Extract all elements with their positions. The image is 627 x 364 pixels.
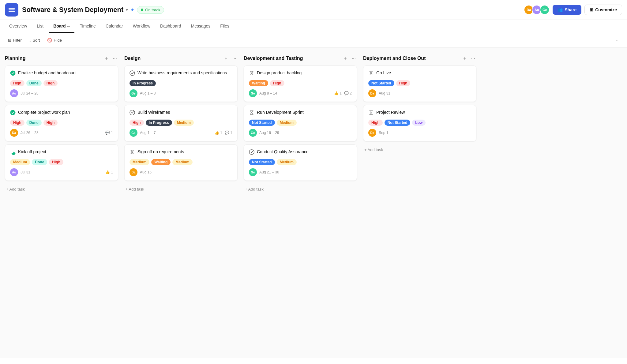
status-badge[interactable]: On track: [137, 6, 164, 14]
column-more-button[interactable]: ···: [470, 55, 476, 62]
tab-messages[interactable]: Messages: [187, 20, 215, 33]
tag-high[interactable]: High: [43, 80, 58, 86]
column-title: Development and Testing: [244, 56, 340, 61]
card-footer: GeAug 16 – 29: [249, 129, 352, 137]
card-footer: AuJul 31👍 1: [10, 168, 113, 176]
tag-high[interactable]: High: [10, 80, 24, 86]
task-card[interactable]: Kick off projectMediumDoneHighAuJul 31👍 …: [5, 144, 118, 181]
tab-dashboard[interactable]: Dashboard: [156, 20, 186, 33]
tag-not-started[interactable]: Not Started: [249, 159, 275, 165]
task-card[interactable]: Run Development SprintNot StartedMediumG…: [244, 105, 357, 141]
project-title: Software & System Deployment: [22, 6, 123, 14]
card-footer: DaSep 1: [368, 129, 471, 137]
card-date: Aug 1 – 7: [140, 131, 212, 135]
tag-done[interactable]: Done: [32, 159, 47, 165]
tag-not-started[interactable]: Not Started: [249, 120, 275, 126]
tag-done[interactable]: Done: [26, 80, 42, 86]
task-card[interactable]: Go LiveNot StartedHighDaAug 31: [363, 65, 476, 102]
task-card[interactable]: Build WireframesHighIn ProgressMediumGeA…: [124, 105, 238, 141]
filter-button[interactable]: ⊟ Filter: [5, 36, 25, 44]
column-more-button[interactable]: ···: [112, 55, 118, 62]
task-card[interactable]: Write business requirements and specific…: [124, 65, 238, 102]
task-card[interactable]: Design product backlogWaitingHighGeAug 8…: [244, 65, 357, 102]
svg-point-3: [10, 71, 15, 76]
card-avatar: Ge: [249, 89, 257, 97]
tag-high[interactable]: High: [270, 80, 284, 86]
tag-waiting[interactable]: Waiting: [249, 80, 268, 86]
tab-list[interactable]: List: [32, 20, 48, 33]
avatar-ge[interactable]: Ge: [540, 5, 550, 15]
tag-high[interactable]: High: [368, 120, 383, 126]
card-title-row: Conduct Quality Assurance: [249, 149, 352, 156]
tag-medium[interactable]: Medium: [130, 159, 149, 165]
card-title-row: Finalize budget and headcount: [10, 70, 113, 77]
tag-not-started[interactable]: Not Started: [368, 80, 394, 86]
tag-high[interactable]: High: [49, 159, 63, 165]
tag-medium[interactable]: Medium: [10, 159, 30, 165]
tag-high[interactable]: High: [130, 120, 144, 126]
card-date: Aug 21 – 30: [259, 170, 352, 174]
tag-medium[interactable]: Medium: [277, 159, 297, 165]
star-icon[interactable]: ★: [130, 7, 134, 12]
task-card[interactable]: Complete project work planHighDoneHighDa…: [5, 105, 118, 141]
tag-low[interactable]: Low: [412, 120, 426, 126]
card-status-icon: [130, 149, 135, 156]
card-status-icon: [368, 110, 374, 117]
svg-point-4: [10, 110, 15, 115]
board: Planning + ··· Finalize budget and headc…: [0, 48, 627, 358]
tag-high[interactable]: High: [396, 80, 411, 86]
task-card[interactable]: Project ReviewHighNot StartedLowDaSep 1: [363, 105, 476, 141]
card-tags: WaitingHigh: [249, 80, 352, 86]
share-button[interactable]: 👥 Share: [553, 5, 581, 15]
card-date: Sep 1: [379, 131, 471, 135]
tag-medium[interactable]: Medium: [172, 159, 192, 165]
add-task-button[interactable]: + Add task: [244, 184, 357, 195]
tag-high[interactable]: High: [10, 120, 24, 126]
column-add-button[interactable]: +: [343, 55, 348, 62]
customize-button[interactable]: ⊞ Customize: [584, 5, 622, 15]
svg-point-6: [130, 71, 135, 76]
tag-in-progress[interactable]: In Progress: [130, 80, 156, 86]
tag-waiting[interactable]: Waiting: [151, 159, 171, 165]
tab-board[interactable]: Board ···: [49, 20, 74, 33]
tag-medium[interactable]: Medium: [174, 120, 194, 126]
top-bar: Software & System Deployment ▾ ★ On trac…: [0, 0, 627, 20]
column-add-button[interactable]: +: [462, 55, 467, 62]
tab-files[interactable]: Files: [216, 20, 234, 33]
column-more-button[interactable]: ···: [351, 55, 357, 62]
card-title: Write business requirements and specific…: [137, 70, 227, 76]
menu-button[interactable]: [5, 3, 18, 17]
card-title: Finalize budget and headcount: [18, 70, 77, 76]
tag-medium[interactable]: Medium: [277, 120, 297, 126]
card-status-icon: [130, 70, 135, 77]
tag-done[interactable]: Done: [26, 120, 42, 126]
chevron-down-icon[interactable]: ▾: [126, 7, 128, 12]
card-date: Aug 1 – 8: [140, 91, 232, 95]
card-title: Project Review: [376, 110, 405, 116]
card-tags: MediumWaitingMedium: [130, 159, 232, 165]
add-task-button[interactable]: + Add task: [5, 184, 118, 195]
svg-rect-2: [9, 11, 15, 12]
hide-button[interactable]: 🚫 Hide: [44, 36, 65, 44]
tag-high[interactable]: High: [43, 120, 58, 126]
tab-workflow[interactable]: Workflow: [129, 20, 155, 33]
more-options-button[interactable]: ···: [614, 37, 622, 44]
tab-calendar[interactable]: Calendar: [101, 20, 127, 33]
sort-button[interactable]: ↕ Sort: [26, 36, 43, 44]
tag-not-started[interactable]: Not Started: [385, 120, 411, 126]
task-card[interactable]: Conduct Quality AssuranceNot StartedMedi…: [244, 144, 357, 181]
card-date: Aug 31: [379, 91, 471, 95]
tab-timeline[interactable]: Timeline: [76, 20, 100, 33]
column-header-dev-testing: Development and Testing + ···: [244, 54, 357, 65]
column-add-button[interactable]: +: [104, 55, 109, 62]
add-task-button[interactable]: + Add task: [363, 144, 476, 155]
title-area: Software & System Deployment ▾ ★ On trac…: [22, 6, 164, 14]
nav-tabs: Overview List Board ··· Timeline Calenda…: [0, 20, 627, 33]
tab-overview[interactable]: Overview: [5, 20, 31, 33]
tag-in-progress[interactable]: In Progress: [146, 120, 172, 126]
column-add-button[interactable]: +: [223, 55, 228, 62]
task-card[interactable]: Sign off on requirementsMediumWaitingMed…: [124, 144, 238, 181]
column-more-button[interactable]: ···: [231, 55, 238, 62]
add-task-button[interactable]: + Add task: [124, 184, 238, 195]
task-card[interactable]: Finalize budget and headcountHighDoneHig…: [5, 65, 118, 102]
